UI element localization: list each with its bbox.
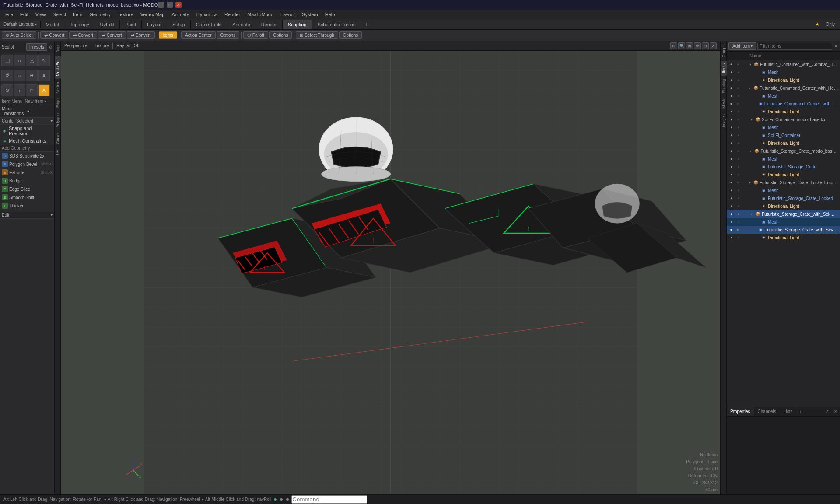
tab-uvedit[interactable]: UvEdit — [95, 20, 120, 29]
menu-help[interactable]: Help — [322, 11, 339, 18]
eye-button[interactable]: ● — [728, 156, 735, 162]
tab-model[interactable]: Model — [41, 20, 65, 29]
list-item[interactable]: ● ● ▣ Mesh — [727, 123, 840, 131]
eye-button-2[interactable]: ● — [735, 179, 741, 186]
eye-button[interactable]: ● — [728, 187, 735, 193]
tool-smooth-shift[interactable]: S Smooth Shift — [0, 193, 54, 202]
expand-icon[interactable]: ▾ — [749, 212, 754, 216]
list-item[interactable]: ● ● ▣ Futuristic_Storage_Crate — [727, 163, 840, 171]
list-item-selected[interactable]: ● ● ▾ 📦 Futuristic_Storage_Crate_with_Sc… — [727, 210, 840, 218]
eye-button[interactable]: ● — [728, 61, 734, 67]
eye-button-2[interactable]: ● — [735, 211, 742, 217]
item-menu-dropdown[interactable]: Item Menu: New Item ▾ — [0, 98, 54, 105]
tab-lists[interactable]: Lists — [780, 407, 797, 416]
list-item[interactable]: ● ● ☀ Directional Light — [727, 108, 840, 116]
tool-extrude[interactable]: E Extrude Shift-X — [0, 168, 54, 177]
list-item[interactable]: ● ● ▾ 📦 Futuristic_Container_with_Combat… — [727, 60, 840, 68]
tool-edit-icon[interactable]: A — [38, 84, 50, 96]
eye-button-2[interactable]: ● — [735, 187, 742, 193]
items-list[interactable]: ● ● ▾ 📦 Futuristic_Container_with_Combat… — [727, 60, 840, 407]
menu-dynamics[interactable]: Dynamics — [193, 11, 221, 18]
tool-box-icon[interactable]: □ — [26, 84, 38, 96]
convert-button-1[interactable]: ⇄ Convert — [40, 32, 68, 39]
tab-layout[interactable]: Layout — [142, 20, 167, 29]
convert-button-2[interactable]: ⇄ Convert — [69, 32, 97, 39]
list-item[interactable]: ● ● ▣ Mesh — [727, 218, 840, 226]
eye-button-2[interactable]: ● — [735, 156, 742, 162]
eye-button-2[interactable]: ● — [735, 195, 742, 201]
vtab-edge[interactable]: Edge — [55, 96, 61, 110]
eye-button[interactable]: ● — [728, 211, 735, 217]
eye-button[interactable]: ● — [728, 172, 735, 178]
eye-button[interactable]: ● — [728, 124, 735, 130]
vtab-curve[interactable]: Curve — [55, 131, 61, 147]
select-options-button[interactable]: Options — [339, 32, 362, 39]
menu-select[interactable]: Select — [49, 11, 70, 18]
eye-button[interactable]: ● — [728, 179, 734, 186]
menu-geometry[interactable]: Geometry — [86, 11, 114, 18]
tool-text-icon[interactable]: A — [38, 70, 50, 81]
menu-view[interactable]: View — [32, 11, 49, 18]
expand-icon[interactable] — [756, 220, 760, 224]
tool-circle-icon[interactable]: ○ — [14, 55, 25, 66]
tool-scale-icon[interactable]: ↔ — [14, 70, 25, 81]
vtab-duplicate[interactable]: Dupl — [55, 42, 61, 56]
center-selected-item[interactable]: Center Selected ▾ — [0, 118, 54, 125]
maximize-button[interactable]: □ — [167, 2, 173, 8]
menu-animate[interactable]: Animate — [168, 11, 192, 18]
expand-icon[interactable]: ▾ — [749, 149, 753, 153]
viewport-canvas[interactable]: ! — [61, 51, 720, 494]
filter-clear-button[interactable]: ✕ — [833, 44, 838, 49]
expand-icon[interactable] — [756, 204, 760, 208]
vtab-mesh[interactable]: Mesh — [721, 96, 727, 111]
expand-icon[interactable] — [756, 157, 760, 161]
tab-render[interactable]: Render — [256, 20, 283, 29]
tool-select-icon[interactable]: ▢ — [1, 55, 13, 66]
tab-topology[interactable]: Topology — [64, 20, 94, 29]
eye-button[interactable]: ● — [728, 93, 735, 99]
viewport-icon-5[interactable]: ⊟ — [702, 42, 709, 49]
menu-texture[interactable]: Texture — [114, 11, 137, 18]
menu-file[interactable]: File — [2, 11, 17, 18]
eye-button[interactable]: ● — [728, 234, 735, 241]
expand-icon[interactable]: ▾ — [749, 117, 754, 122]
expand-icon[interactable] — [756, 109, 760, 114]
expand-icon[interactable]: ▾ — [748, 62, 752, 66]
viewport-icon-3[interactable]: ⊞ — [686, 42, 693, 49]
tool-thicken[interactable]: T Thicken — [0, 202, 54, 210]
tab-paint[interactable]: Paint — [120, 20, 142, 29]
expand-icon[interactable] — [756, 70, 760, 74]
eye-button[interactable]: ● — [728, 203, 735, 209]
menu-maxtomodo[interactable]: MaxToModo — [244, 11, 277, 18]
viewport-icon-1[interactable]: ⊙ — [670, 42, 677, 49]
eye-button-2[interactable]: ● — [735, 132, 742, 138]
eye-button[interactable]: ● — [728, 195, 735, 201]
eye-button-2[interactable]: ● — [735, 77, 742, 83]
list-item[interactable]: ● ● ▣ Mesh — [727, 68, 840, 76]
tool-cursor-icon[interactable]: ↖ — [38, 55, 50, 66]
tab-setup[interactable]: Setup — [167, 20, 191, 29]
presets-button[interactable]: Presets — [26, 43, 47, 51]
tab-add-plus[interactable]: + — [796, 407, 805, 416]
action-options-button[interactable]: Options — [217, 32, 239, 39]
vtab-shading[interactable]: Shading — [721, 76, 727, 96]
viewport-icon-4[interactable]: ⚙ — [694, 42, 701, 49]
vtab-uv[interactable]: UV — [55, 147, 61, 158]
eye-button-2[interactable]: ● — [735, 85, 741, 91]
layout-dropdown[interactable]: Default Layouts ▾ — [0, 21, 41, 28]
tool-axis-icon[interactable]: ↕ — [14, 84, 25, 96]
eye-button-2[interactable]: ● — [735, 101, 741, 107]
menu-layout[interactable]: Layout — [277, 11, 298, 18]
eye-button-2[interactable]: ● — [735, 234, 742, 241]
list-item[interactable]: ● ● ☀ Directional Light — [727, 202, 840, 210]
eye-button-2[interactable]: ● — [735, 227, 741, 233]
list-item[interactable]: ● ● ▣ Mesh — [727, 155, 840, 163]
eye-button[interactable]: ● — [728, 132, 735, 138]
expand-icon[interactable]: ▾ — [748, 86, 752, 90]
eye-button[interactable]: ● — [728, 101, 734, 107]
add-item-button[interactable]: Add Item ▾ — [728, 42, 756, 50]
list-item[interactable]: ● ● ▣ Mesh — [727, 92, 840, 100]
select-through-button[interactable]: ⊞ Select Through — [296, 32, 338, 39]
expand-icon[interactable] — [756, 133, 760, 137]
close-button[interactable]: ✕ — [175, 2, 182, 8]
